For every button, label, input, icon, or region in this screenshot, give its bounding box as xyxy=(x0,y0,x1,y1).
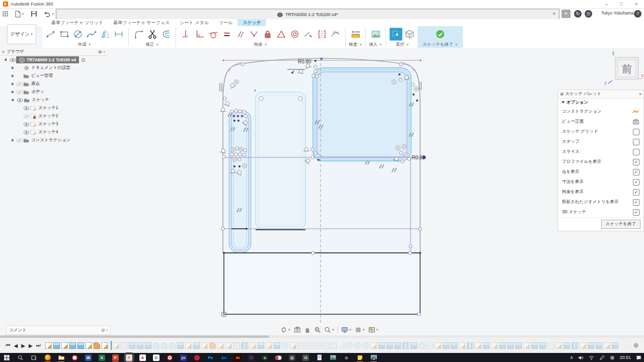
constraint-midpoint-icon[interactable] xyxy=(301,27,315,41)
extrude-feature-icon[interactable] xyxy=(274,342,280,349)
browser-item-8[interactable]: スケッチ3 xyxy=(0,120,107,128)
constraint-lock-icon[interactable] xyxy=(261,27,274,41)
browser-root-node[interactable]: TRTA6000 1-2 Tc6100 v4 xyxy=(16,56,79,63)
sketch-feature-icon[interactable] xyxy=(201,342,208,349)
palette-checkbox[interactable]: ✓ xyxy=(633,189,639,196)
firefox-taskbar-icon[interactable] xyxy=(44,354,51,361)
palette-collapse-icon[interactable]: ⊖ xyxy=(560,92,564,97)
shell-feature-icon[interactable] xyxy=(298,342,304,349)
palette-checkbox[interactable]: ✓ xyxy=(633,179,639,186)
modify-trim-icon[interactable] xyxy=(145,27,159,41)
skip-end-icon[interactable]: ⏭ xyxy=(34,342,42,348)
cylinder-feature-icon[interactable] xyxy=(362,342,369,349)
sketch-drawing[interactable]: R0.80 R0.80 xyxy=(216,50,428,335)
shell-feature-icon[interactable] xyxy=(322,342,329,349)
display-settings-icon[interactable]: ▼ xyxy=(340,326,353,333)
new-tab-button[interactable]: + xyxy=(561,10,571,18)
select-tool-icon[interactable] xyxy=(389,27,403,41)
extrude-feature-icon[interactable] xyxy=(451,342,457,349)
visibility-eye-off-icon[interactable] xyxy=(23,114,30,119)
visibility-eye-icon[interactable] xyxy=(9,58,16,62)
sketch-feature-icon[interactable] xyxy=(370,342,377,349)
grid-settings-icon[interactable]: ▼ xyxy=(353,326,367,333)
d-app-taskbar-icon[interactable]: D xyxy=(153,354,159,361)
ribbon-tab-2[interactable]: シート メタル xyxy=(175,19,214,27)
pattern-feature-icon[interactable] xyxy=(467,342,473,349)
workspace-switcher[interactable]: デザイン ▼ xyxy=(7,24,36,44)
ribbon-tab-3[interactable]: ツール xyxy=(214,19,237,27)
wedge-feature-icon[interactable] xyxy=(338,342,345,349)
collapse-arrow-icon[interactable] xyxy=(11,98,15,102)
pen-icon[interactable] xyxy=(599,355,605,360)
skip-start-icon[interactable]: ⏮ xyxy=(4,342,12,348)
ribbon-tab-0[interactable]: 基準フィーチャ ソリッド xyxy=(46,19,108,27)
collapse-arrow-icon[interactable] xyxy=(4,58,8,62)
pattern-feature-icon[interactable] xyxy=(242,342,248,349)
modify-fillet-icon[interactable] xyxy=(132,27,145,41)
expand-arrow-icon[interactable] xyxy=(12,139,14,142)
zoom-icon[interactable] xyxy=(312,326,323,333)
extrude-feature-icon[interactable] xyxy=(596,342,602,349)
extrude-feature-icon[interactable] xyxy=(531,342,538,349)
sketch-feature-icon[interactable] xyxy=(604,342,610,349)
gimp-taskbar-icon[interactable]: G xyxy=(302,354,309,361)
visibility-eye-icon[interactable] xyxy=(23,130,30,135)
constraint-curvature-icon[interactable] xyxy=(329,27,342,41)
extrude-feature-icon[interactable] xyxy=(193,342,200,349)
taskbar-clock[interactable]: 20:51 xyxy=(619,355,631,360)
constraint-parallel-icon[interactable] xyxy=(233,27,247,41)
sync-error-icon[interactable]: ⊗ xyxy=(610,354,614,361)
taskview-taskbar-icon[interactable] xyxy=(31,354,37,361)
visibility-eye-icon[interactable] xyxy=(23,122,30,127)
visibility-eye-icon[interactable] xyxy=(23,106,30,111)
palette-options-section[interactable]: ▼ オプション xyxy=(558,99,643,107)
browser-item-1[interactable]: ドキュメントの設定 xyxy=(0,64,107,72)
browser-header[interactable]: « ブラウザ ⊖ › xyxy=(0,48,107,56)
display-app-taskbar-icon[interactable] xyxy=(370,354,377,361)
sketch-feature-icon[interactable] xyxy=(217,342,224,349)
create-mirror-icon[interactable] xyxy=(98,27,112,41)
revolve-feature-icon[interactable] xyxy=(419,342,425,349)
comment-bar[interactable]: コメント ⊙ › xyxy=(6,325,111,335)
search-taskbar-icon[interactable] xyxy=(17,354,24,361)
file-menu-icon[interactable]: ▼ xyxy=(13,9,26,19)
zoom-window-icon[interactable]: ▼ xyxy=(323,326,336,333)
fillet-feature-icon[interactable] xyxy=(209,342,216,349)
close-button[interactable]: × xyxy=(629,0,644,8)
diamond-taskbar-icon[interactable]: ◇ xyxy=(248,354,255,361)
sketch-palette-header[interactable]: ⊖ スケッチ パレット » xyxy=(558,90,643,99)
cylinder-feature-icon[interactable] xyxy=(282,342,288,349)
pin-red-taskbar-icon[interactable] xyxy=(71,354,78,361)
browser-item-5[interactable]: スケッチ xyxy=(0,96,107,104)
extrude-feature-icon[interactable] xyxy=(411,342,417,349)
visibility-eye-off-icon[interactable] xyxy=(16,90,23,95)
browser-minus-icon[interactable]: ⊖ xyxy=(98,49,102,54)
inspect-measure-icon[interactable] xyxy=(349,27,362,41)
step-forward-icon[interactable]: ▶ xyxy=(27,343,34,348)
maximize-button[interactable]: □ xyxy=(614,0,629,8)
tray-chevron-icon[interactable]: ∧ xyxy=(570,355,574,360)
sketch-feature-icon[interactable] xyxy=(266,342,272,349)
insert-group-label[interactable]: 挿入 ▼ xyxy=(369,42,382,48)
sketch-feature-icon[interactable] xyxy=(102,342,108,349)
revolve-feature-icon[interactable] xyxy=(169,342,176,349)
sketch-feature-icon[interactable] xyxy=(45,342,52,349)
browser-collapse-icon[interactable]: « xyxy=(2,49,5,54)
constraint-horizontal-vertical-icon[interactable] xyxy=(179,27,193,41)
extrude-feature-icon[interactable] xyxy=(394,342,401,349)
extrude-feature-icon[interactable] xyxy=(69,342,76,349)
shell-feature-icon[interactable] xyxy=(306,342,312,349)
action-center-icon[interactable] xyxy=(636,355,641,360)
modify-group-label[interactable]: 修正 ▼ xyxy=(145,42,158,48)
pan-icon[interactable] xyxy=(302,326,312,333)
document-tab-close-icon[interactable]: × xyxy=(552,11,555,17)
extrude-feature-icon[interactable] xyxy=(386,342,393,349)
app-grid-icon[interactable] xyxy=(0,9,11,19)
expand-arrow-icon[interactable] xyxy=(12,90,14,94)
lightroom-taskbar-icon[interactable]: Lr xyxy=(221,354,227,361)
sketch-feature-icon[interactable] xyxy=(435,342,441,349)
sketch-feature-icon[interactable] xyxy=(113,342,119,349)
look-at-icon[interactable] xyxy=(292,326,302,333)
shell-feature-icon[interactable] xyxy=(547,342,554,349)
finish-sketch-button[interactable]: スケッチを終了 xyxy=(601,220,641,229)
